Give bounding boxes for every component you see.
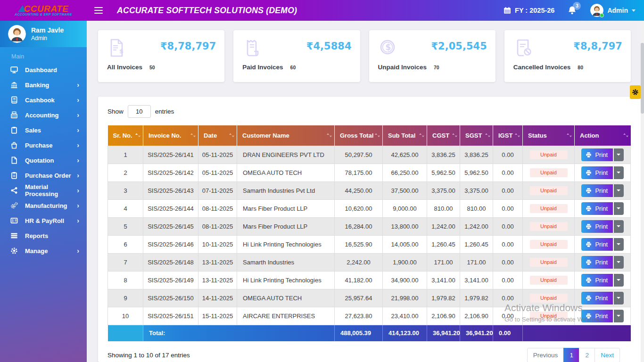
settings-fab-button[interactable] bbox=[630, 85, 641, 99]
print-dropdown-button[interactable] bbox=[614, 202, 624, 215]
cell-gross-total: 10,620.00 bbox=[335, 199, 383, 217]
column-header-status[interactable]: Status bbox=[523, 125, 575, 146]
purchase-order-icon bbox=[10, 172, 18, 179]
cell-sub-total: 21,998.00 bbox=[383, 289, 427, 307]
column-header-invoice-no[interactable]: Invoice No. bbox=[143, 125, 198, 146]
cell-invoice-no: SIS/2025-26/141 bbox=[143, 146, 198, 164]
cell-status: Unpaid bbox=[523, 164, 575, 181]
print-dropdown-button[interactable] bbox=[614, 292, 624, 304]
sort-icon bbox=[452, 133, 458, 138]
cell-sr-no: 10 bbox=[108, 307, 143, 325]
print-button[interactable]: Print bbox=[581, 256, 613, 269]
print-dropdown-button[interactable] bbox=[614, 274, 624, 287]
total-cgst: 36,941.20 bbox=[427, 325, 460, 341]
print-button[interactable]: Print bbox=[581, 238, 613, 251]
print-button[interactable]: Print bbox=[581, 184, 613, 197]
reports-icon bbox=[10, 232, 18, 239]
cell-sr-no: 8 bbox=[108, 271, 143, 289]
scrollbar-thumb[interactable] bbox=[641, 43, 644, 114]
cell-invoice-no: SIS/2025-26/149 bbox=[143, 271, 198, 289]
caret-down-icon bbox=[617, 279, 620, 281]
sidebar-item-cashbook[interactable]: Cashbook› bbox=[0, 92, 87, 107]
column-header-cgst[interactable]: CGST bbox=[427, 125, 460, 146]
column-header-sgst[interactable]: SGST bbox=[460, 125, 493, 146]
cell-action: Print bbox=[575, 181, 631, 199]
sidebar-item-sales[interactable]: Sales› bbox=[0, 123, 87, 138]
print-button[interactable]: Print bbox=[581, 220, 613, 233]
cell-cgst: 3,836.25 bbox=[427, 146, 460, 164]
sales-icon bbox=[10, 126, 18, 134]
sort-icon bbox=[190, 133, 196, 138]
sidebar-item-manage[interactable]: Manage› bbox=[0, 243, 87, 258]
cell-igst: 0.00 bbox=[493, 217, 523, 235]
sidebar-item-material-processing[interactable]: Material Processing› bbox=[0, 183, 87, 198]
print-button[interactable]: Print bbox=[581, 310, 613, 322]
fiscal-year-selector[interactable]: FY : 2025-26 bbox=[504, 7, 554, 14]
column-header-sub-total[interactable]: Sub Total bbox=[383, 125, 427, 146]
summary-card-cancelled-invoices[interactable]: ₹8,8,797Cancelled Invoices80 bbox=[504, 30, 631, 82]
app-logo[interactable]: CCURATE ACCOUNTING & ERP SOFTWARE bbox=[0, 0, 87, 21]
hr-payroll-icon bbox=[10, 217, 18, 224]
print-button[interactable]: Print bbox=[581, 202, 613, 215]
print-button[interactable]: Print bbox=[581, 148, 613, 161]
sidebar-item-hr-payroll[interactable]: HR & PayRoll› bbox=[0, 213, 87, 228]
column-header-customer-name[interactable]: Customer Name bbox=[237, 125, 335, 146]
chevron-right-icon: › bbox=[77, 142, 79, 148]
pagination-page-1[interactable]: 1 bbox=[563, 348, 579, 362]
sidebar-item-label: Material Processing bbox=[25, 183, 77, 197]
cell-action: Print bbox=[575, 253, 631, 271]
sidebar-item-banking[interactable]: Banking› bbox=[0, 77, 87, 92]
print-dropdown-button[interactable] bbox=[614, 166, 624, 179]
sidebar-user-card[interactable]: Ram Javle Admin bbox=[0, 21, 87, 47]
cell-sr-no: 7 bbox=[108, 253, 143, 271]
summary-card-unpaid-invoices[interactable]: $₹2,05,545Unpaid Invoices70 bbox=[369, 30, 495, 82]
sort-icon bbox=[623, 133, 629, 138]
pagination-next-button[interactable]: Next bbox=[594, 348, 620, 362]
sidebar-item-label: Manufacturing bbox=[25, 202, 67, 209]
print-dropdown-button[interactable] bbox=[614, 184, 624, 197]
user-menu[interactable]: Admin bbox=[590, 4, 636, 17]
sidebar-item-reports[interactable]: Reports bbox=[0, 228, 87, 243]
menu-toggle-button[interactable] bbox=[91, 4, 106, 16]
print-dropdown-button[interactable] bbox=[614, 256, 624, 269]
print-dropdown-button[interactable] bbox=[614, 310, 624, 322]
cell-cgst: 1,260.45 bbox=[427, 235, 460, 253]
column-header-date[interactable]: Date bbox=[198, 125, 237, 146]
cell-sgst: 3,836.25 bbox=[460, 146, 493, 164]
column-header-action[interactable]: Action bbox=[575, 125, 631, 146]
cell-igst: 0.00 bbox=[493, 271, 523, 289]
purchase-icon bbox=[10, 141, 18, 149]
material-processing-icon bbox=[10, 187, 18, 194]
chevron-right-icon: › bbox=[77, 217, 79, 224]
entries-count-input[interactable] bbox=[128, 105, 151, 118]
print-dropdown-button[interactable] bbox=[614, 238, 624, 251]
cell-sub-total: 14,005.00 bbox=[383, 235, 427, 253]
print-button[interactable]: Print bbox=[581, 292, 613, 304]
print-button[interactable]: Print bbox=[581, 166, 613, 179]
sidebar-section-label: Main bbox=[0, 47, 87, 62]
print-dropdown-button[interactable] bbox=[614, 148, 624, 161]
sidebar-item-purchase[interactable]: Purchase› bbox=[0, 138, 87, 153]
fiscal-year-label: FY : 2025-26 bbox=[515, 7, 554, 14]
print-dropdown-button[interactable] bbox=[614, 220, 624, 233]
sidebar-item-dashboard[interactable]: Dashboard bbox=[0, 62, 87, 77]
sidebar-item-label: Purchase bbox=[25, 142, 53, 149]
column-header-sr-no[interactable]: Sr. No. bbox=[108, 125, 143, 146]
user-menu-label: Admin bbox=[607, 7, 628, 14]
cell-customer: Mars Fiber Product LLP bbox=[237, 217, 335, 235]
scrollbar[interactable] bbox=[641, 21, 644, 362]
cell-sr-no: 2 bbox=[108, 164, 143, 181]
column-header-igst[interactable]: IGST bbox=[493, 125, 523, 146]
notifications-button[interactable]: 3 bbox=[568, 6, 577, 15]
sidebar-item-accounting[interactable]: Accounting› bbox=[0, 107, 87, 123]
sidebar-item-purchase-order[interactable]: Purchase Order› bbox=[0, 168, 87, 183]
column-header-gross-total[interactable]: Gross Total bbox=[335, 125, 383, 146]
pagination-page-2[interactable]: 2 bbox=[579, 348, 595, 362]
sidebar-item-quotation[interactable]: Quotation› bbox=[0, 153, 87, 168]
print-button[interactable]: Print bbox=[581, 274, 613, 287]
summary-card-paid-invoices[interactable]: ₹4,5884Paid Invoices60 bbox=[233, 30, 360, 82]
sidebar-item-manufacturing[interactable]: Manufacturing› bbox=[0, 198, 87, 213]
pagination-previous-button[interactable]: Previous bbox=[527, 348, 564, 362]
cell-customer: Samarth Industries bbox=[237, 253, 335, 271]
summary-card-all-invoices[interactable]: $₹8,78,797All Invoices50 bbox=[98, 30, 224, 82]
